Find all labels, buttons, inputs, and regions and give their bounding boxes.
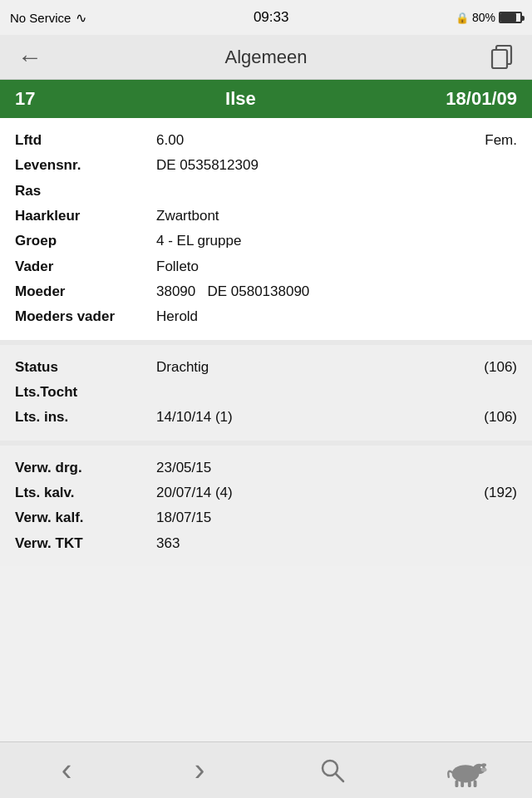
label-moeders-vader: Moeders vader — [15, 306, 156, 328]
svg-point-7 — [481, 767, 487, 771]
next-icon: › — [195, 752, 205, 788]
search-icon — [320, 758, 345, 783]
value-vader: Folleto — [156, 256, 517, 278]
table-row: Moeder 38090 DE 0580138090 — [15, 279, 517, 304]
cow-icon — [444, 754, 487, 787]
table-row: Verw. kalf. 18/07/15 — [15, 505, 517, 530]
back-button[interactable]: ← — [13, 41, 47, 74]
svg-point-6 — [481, 763, 486, 766]
time-display: 09:33 — [254, 9, 289, 26]
copy-button[interactable] — [485, 41, 519, 74]
label-lts-tocht: Lts.Tocht — [15, 382, 156, 403]
value-verw-tkt: 363 — [156, 533, 517, 554]
copy-icon — [490, 45, 514, 70]
table-row: Vader Folleto — [15, 254, 517, 279]
value-lftd: 6.00 — [156, 130, 467, 151]
label-verw-kalf: Verw. kalf. — [15, 507, 156, 529]
table-row: Lftd 6.00 Fem. — [15, 128, 517, 153]
label-verw-tkt: Verw. TKT — [15, 533, 156, 554]
animal-header: 17 Ilse 18/01/09 — [0, 80, 532, 118]
label-vader: Vader — [15, 256, 156, 278]
value-lts-kalv: 20/07/14 (4) — [156, 482, 467, 504]
status-right: 🔒 80% — [456, 11, 522, 24]
table-row: Moeders vader Herold — [15, 304, 517, 329]
label-lts-kalv: Lts. kalv. — [15, 482, 156, 504]
svg-rect-8 — [455, 780, 458, 786]
value-groep: 4 - EL gruppe — [156, 230, 517, 252]
table-row: Groep 4 - EL gruppe — [15, 229, 517, 254]
label-verw-drg: Verw. drg. — [15, 457, 156, 479]
lock-icon: 🔒 — [456, 12, 469, 24]
table-row: Haarkleur Zwartbont — [15, 204, 517, 229]
table-row: Verw. drg. 23/05/15 — [15, 456, 517, 480]
table-row: Ras — [15, 179, 517, 204]
label-ras: Ras — [15, 180, 156, 202]
label-groep: Groep — [15, 230, 156, 252]
label-levensnr: Levensnr. — [15, 155, 156, 176]
bottom-toolbar: ‹ › — [0, 741, 532, 798]
value-moeder: 38090 DE 0580138090 — [156, 281, 517, 303]
svg-rect-11 — [474, 780, 477, 786]
status-bar: No Service ∿ 09:33 🔒 80% — [0, 0, 532, 35]
label-haarkleur: Haarkleur — [15, 205, 156, 227]
label-status: Status — [15, 357, 156, 378]
label-moeder: Moeder — [15, 281, 156, 303]
animal-number: 17 — [15, 88, 35, 110]
value-levensnr: DE 0535812309 — [156, 155, 517, 176]
carrier-text: No Service — [10, 11, 71, 25]
value-verw-kalf: 18/07/15 — [156, 507, 517, 529]
status-left: No Service ∿ — [10, 10, 86, 26]
value-lts-ins: 14/10/14 (1) — [156, 406, 467, 428]
cow-button[interactable] — [436, 750, 495, 791]
svg-line-3 — [336, 774, 343, 781]
value-moeders-vader: Herold — [156, 306, 517, 328]
right-lts-ins: (106) — [467, 406, 517, 428]
wifi-icon: ∿ — [76, 10, 86, 26]
right-status: (106) — [467, 357, 517, 378]
prev-button[interactable]: ‹ — [37, 750, 96, 791]
svg-rect-1 — [492, 50, 507, 68]
svg-rect-10 — [468, 781, 471, 786]
table-row: Lts.Tocht — [15, 380, 517, 405]
status-info-section: Status Drachtig (106) Lts.Tocht Lts. ins… — [0, 345, 532, 446]
label-lts-ins: Lts. ins. — [15, 406, 156, 428]
search-button[interactable] — [303, 750, 362, 791]
value-status: Drachtig — [156, 357, 467, 378]
animal-date: 18/01/09 — [446, 88, 517, 110]
table-row: Verw. TKT 363 — [15, 531, 517, 556]
svg-point-12 — [480, 766, 482, 767]
page-title: Algemeen — [224, 47, 307, 68]
next-button[interactable]: › — [170, 750, 229, 791]
basic-info-section: Lftd 6.00 Fem. Levensnr. DE 0535812309 R… — [0, 118, 532, 345]
table-row: Lts. ins. 14/10/14 (1) (106) — [15, 405, 517, 430]
value-haarkleur: Zwartbont — [156, 205, 517, 227]
table-row: Lts. kalv. 20/07/14 (4) (192) — [15, 480, 517, 505]
prev-icon: ‹ — [62, 752, 72, 788]
right-lts-kalv: (192) — [467, 482, 517, 504]
battery-icon — [499, 12, 522, 23]
calving-info-section: Verw. drg. 23/05/15 Lts. kalv. 20/07/14 … — [0, 446, 532, 566]
back-arrow-icon: ← — [17, 43, 42, 71]
label-lftd: Lftd — [15, 130, 156, 151]
nav-bar: ← Algemeen — [0, 35, 532, 80]
svg-rect-9 — [461, 781, 464, 786]
battery-percent: 80% — [472, 11, 495, 24]
value-verw-drg: 23/05/15 — [156, 457, 517, 479]
right-lftd: Fem. — [467, 130, 517, 151]
table-row: Status Drachtig (106) — [15, 355, 517, 380]
animal-name: Ilse — [225, 88, 256, 110]
table-row: Levensnr. DE 0535812309 — [15, 153, 517, 178]
